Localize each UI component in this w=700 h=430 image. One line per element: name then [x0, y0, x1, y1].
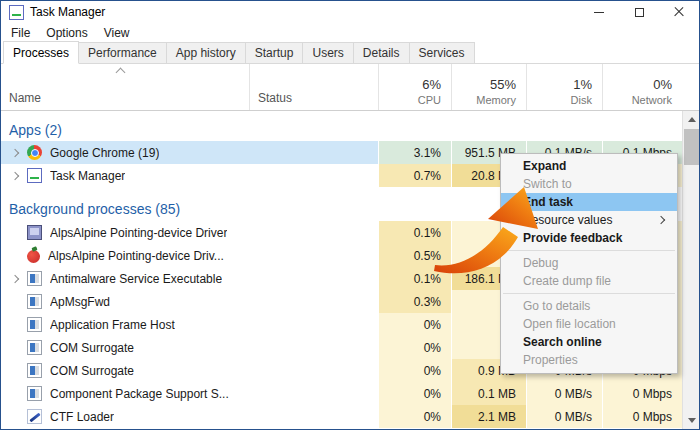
column-cpu-label: CPU: [418, 94, 441, 106]
status-cell: [249, 141, 378, 164]
menu-separator: [503, 250, 675, 251]
status-cell: [249, 221, 378, 244]
cpu-value: 0.1%: [378, 221, 451, 244]
ctx-create-dump-file[interactable]: Create dump file: [501, 272, 677, 290]
memory-value: 2.1 MB: [451, 405, 526, 428]
tab-users[interactable]: Users: [302, 42, 353, 63]
process-row[interactable]: Component Package Support S...0%0.1 MB0 …: [1, 382, 682, 405]
status-cell: [249, 244, 378, 267]
tab-services[interactable]: Services: [409, 42, 475, 63]
status-cell: [249, 313, 378, 336]
cpu-value: 0.3%: [378, 290, 451, 313]
close-button[interactable]: [659, 1, 699, 23]
column-memory[interactable]: 55% Memory: [451, 64, 526, 110]
expand-chevron-icon[interactable]: [11, 171, 19, 179]
expand-chevron-icon[interactable]: [11, 148, 19, 156]
cpu-value: 0%: [378, 405, 451, 428]
network-value: 0 Mbps: [602, 382, 682, 405]
process-row[interactable]: CTF Loader0%2.1 MB0 MB/s0 Mbps: [1, 405, 682, 428]
window-icon: [27, 294, 42, 309]
sort-ascending-icon: [116, 68, 126, 78]
process-name: ApMsgFwd: [50, 295, 110, 309]
column-cpu[interactable]: 6% CPU: [378, 64, 451, 110]
cpu-value: 0%: [378, 382, 451, 405]
tab-app-history[interactable]: App history: [166, 42, 246, 63]
berry-icon: [27, 250, 40, 263]
process-name: Google Chrome (19): [50, 146, 159, 160]
tab-performance[interactable]: Performance: [78, 42, 167, 63]
process-name: CTF Loader: [50, 410, 114, 424]
disk-value: 0 MB/s: [526, 382, 602, 405]
status-cell: [249, 359, 378, 382]
column-memory-label: Memory: [476, 94, 516, 106]
triangle-down-icon: [688, 418, 696, 423]
scroll-down-button[interactable]: [683, 412, 700, 429]
chrome-icon: [27, 145, 42, 160]
status-cell: [249, 382, 378, 405]
context-menu: ExpandSwitch toEnd taskResource valuesPr…: [500, 153, 678, 374]
ctx-open-file-location[interactable]: Open file location: [501, 315, 677, 333]
ctx-expand[interactable]: Expand: [501, 157, 677, 175]
process-name: COM Surrogate: [50, 364, 134, 378]
process-name: COM Surrogate: [50, 341, 134, 355]
window-icon: [27, 386, 42, 401]
column-name[interactable]: Name: [1, 64, 249, 110]
ctx-provide-feedback[interactable]: Provide feedback: [501, 229, 677, 247]
column-network-label: Network: [632, 94, 672, 106]
monitor-icon: [27, 225, 42, 240]
expand-chevron-icon[interactable]: [11, 274, 19, 282]
cpu-value: 3.1%: [378, 141, 451, 164]
ctx-debug[interactable]: Debug: [501, 254, 677, 272]
ctx-search-online[interactable]: Search online: [501, 333, 677, 351]
process-name: Antimalware Service Executable: [50, 272, 222, 286]
window-title: Task Manager: [30, 5, 105, 19]
status-cell: [249, 336, 378, 359]
status-cell: [249, 267, 378, 290]
window-icon: [27, 271, 42, 286]
column-status-label: Status: [250, 91, 378, 110]
task-manager-app-icon: [9, 5, 24, 20]
column-disk-label: Disk: [571, 94, 592, 106]
ctx-resource-values[interactable]: Resource values: [501, 211, 677, 229]
tab-strip: ProcessesPerformanceApp historyStartupUs…: [1, 43, 699, 64]
window-icon: [27, 340, 42, 355]
ctx-switch-to[interactable]: Switch to: [501, 175, 677, 193]
status-cell: [249, 405, 378, 428]
tab-details[interactable]: Details: [353, 42, 410, 63]
minimize-button[interactable]: [579, 1, 619, 23]
menu-file[interactable]: File: [3, 24, 38, 42]
scrollbar-thumb[interactable]: [684, 129, 699, 165]
window-icon: [27, 363, 42, 378]
menu-options[interactable]: Options: [38, 24, 95, 42]
menu-separator: [503, 293, 675, 294]
ctx-properties[interactable]: Properties: [501, 351, 677, 369]
column-network[interactable]: 0% Network: [602, 64, 682, 110]
process-name: Component Package Support S...: [50, 387, 229, 401]
disk-value: 0 MB/s: [526, 405, 602, 428]
cpu-value: 0%: [378, 359, 451, 382]
process-name: AlpsAlpine Pointing-device Driv...: [48, 249, 224, 263]
cpu-value: 0%: [378, 313, 451, 336]
vertical-scrollbar[interactable]: [682, 111, 699, 429]
title-bar: Task Manager: [1, 1, 699, 23]
status-cell: [249, 164, 378, 187]
column-status[interactable]: Status: [249, 64, 378, 110]
menu-view[interactable]: View: [96, 24, 138, 42]
tab-processes[interactable]: Processes: [3, 41, 79, 64]
ctx-go-to-details[interactable]: Go to details: [501, 297, 677, 315]
cpu-value: 0.1%: [378, 267, 451, 290]
column-headers: Name Status 6% CPU 55% Memory 1% Disk 0%…: [1, 64, 699, 111]
pen-icon: [27, 409, 42, 424]
memory-value: 0.1 MB: [451, 382, 526, 405]
column-name-label: Name: [1, 91, 249, 110]
tab-startup[interactable]: Startup: [245, 42, 304, 63]
network-total-percent: 0%: [653, 77, 672, 92]
scroll-up-button[interactable]: [683, 111, 700, 128]
maximize-button[interactable]: [619, 1, 659, 23]
menu-bar: FileOptionsView: [1, 23, 699, 43]
column-disk[interactable]: 1% Disk: [526, 64, 602, 110]
ctx-end-task[interactable]: End task: [501, 193, 677, 211]
network-value: 0 Mbps: [602, 405, 682, 428]
process-name: Task Manager: [50, 169, 125, 183]
task-manager-window: Task Manager FileOptionsView ProcessesPe…: [0, 0, 700, 430]
